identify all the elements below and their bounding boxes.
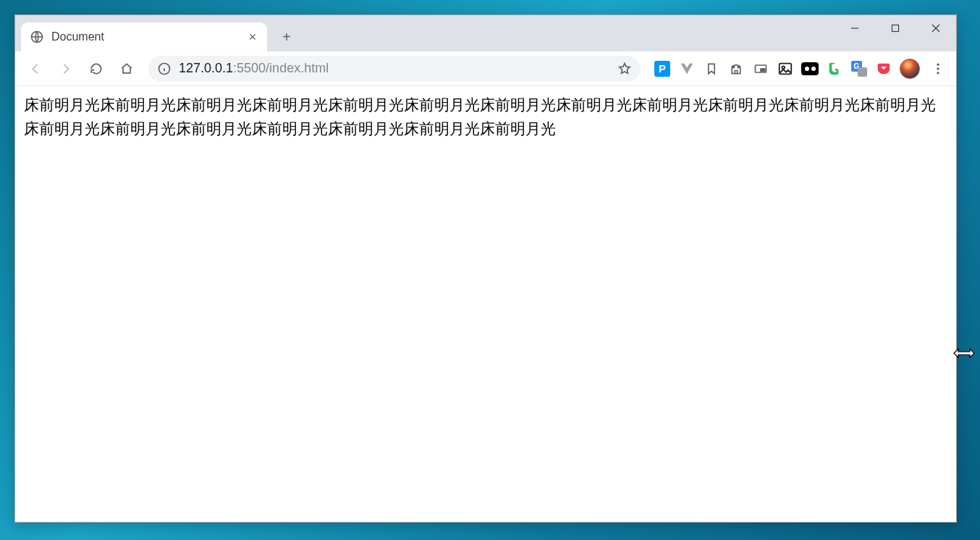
svg-rect-2: [892, 25, 899, 32]
extension-pip-icon[interactable]: [752, 60, 769, 77]
extension-pocket-icon[interactable]: [875, 60, 892, 77]
extension-vue-icon[interactable]: [678, 60, 696, 77]
page-viewport[interactable]: 床前明月光床前明月光床前明月光床前明月光床前明月光床前明月光床前明月光床前明月光…: [15, 86, 956, 522]
url-text: 127.0.0.1:5500/index.html: [179, 61, 610, 76]
extension-evernote-icon[interactable]: [826, 60, 843, 77]
back-button[interactable]: [22, 56, 48, 82]
window-close-button[interactable]: [916, 15, 956, 41]
svg-point-13: [937, 67, 939, 69]
url-rest: :5500/index.html: [233, 61, 329, 75]
forward-button[interactable]: [53, 56, 79, 82]
toolbar: 127.0.0.1:5500/index.html P: [15, 51, 956, 86]
svg-rect-9: [761, 69, 765, 71]
profile-avatar[interactable]: [900, 59, 920, 79]
svg-point-14: [937, 72, 939, 74]
reload-button[interactable]: [83, 56, 109, 82]
plus-icon: +: [282, 30, 291, 44]
extension-eyes-icon[interactable]: [801, 60, 819, 77]
extension-image-icon[interactable]: [777, 60, 794, 77]
bookmark-star-button[interactable]: [617, 62, 632, 76]
page-body-text: 床前明月光床前明月光床前明月光床前明月光床前明月光床前明月光床前明月光床前明月光…: [24, 93, 947, 140]
site-info-icon[interactable]: [157, 62, 172, 76]
tab-active[interactable]: Document ×: [21, 22, 267, 51]
globe-icon: [30, 30, 44, 44]
extension-google-translate-icon[interactable]: G: [850, 60, 868, 77]
svg-point-11: [782, 66, 785, 69]
svg-point-12: [937, 63, 939, 65]
browser-window: Document × +: [14, 14, 957, 523]
tab-title: Document: [51, 30, 240, 43]
extension-bookmark-icon[interactable]: [703, 60, 720, 77]
url-host: 127.0.0.1: [179, 61, 233, 75]
extension-pixiv-icon[interactable]: P: [654, 60, 671, 77]
extensions-row: P: [649, 58, 949, 80]
tab-strip: Document × +: [15, 15, 956, 51]
new-tab-button[interactable]: +: [276, 26, 297, 48]
tab-close-button[interactable]: ×: [247, 31, 258, 43]
close-icon: ×: [249, 30, 257, 43]
extension-castle-icon[interactable]: [727, 60, 745, 77]
address-bar[interactable]: 127.0.0.1:5500/index.html: [148, 56, 641, 82]
minimize-button[interactable]: [835, 15, 875, 41]
window-controls: [835, 15, 956, 41]
chrome-menu-button[interactable]: [927, 58, 949, 80]
maximize-button[interactable]: [875, 15, 916, 41]
home-button[interactable]: [114, 56, 140, 82]
